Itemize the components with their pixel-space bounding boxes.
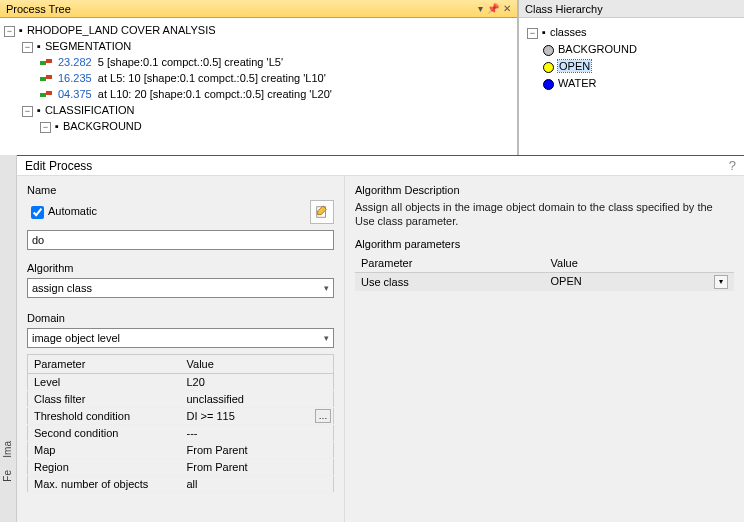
class-hierarchy-panel: Class Hierarchy −▪classes BACKGROUND OPE… (518, 0, 744, 155)
class-color-icon (543, 45, 554, 56)
segment-icon (40, 89, 54, 101)
process-desc[interactable]: at L5: 10 [shape:0.1 compct.:0.5] creati… (98, 72, 326, 84)
domain-combo[interactable]: image object level ▾ (27, 328, 334, 348)
dialog-left-pane: Name Automatic Algorithm assign class ▾ … (17, 176, 345, 522)
help-icon[interactable]: ? (729, 158, 736, 173)
class-color-icon (543, 79, 554, 90)
dropdown-icon[interactable]: ▾ (478, 3, 483, 14)
class-label: BACKGROUND (558, 43, 637, 55)
automatic-checkbox-label[interactable]: Automatic (27, 203, 310, 222)
process-tree[interactable]: −▪RHODOPE_LAND COVER ANALYSIS −▪SEGMENTA… (0, 18, 517, 155)
process-tree-panel: Process Tree ▾ 📌 ✕ −▪RHODOPE_LAND COVER … (0, 0, 518, 155)
class-color-icon (543, 62, 554, 73)
process-tree-header: Process Tree ▾ 📌 ✕ (0, 0, 517, 18)
process-tree-title: Process Tree (6, 3, 474, 15)
class-label: WATER (558, 77, 597, 89)
table-row[interactable]: Max. number of objectsall (28, 476, 334, 493)
tree-node-label: SEGMENTATION (45, 40, 131, 52)
process-time: 23.282 (58, 56, 92, 68)
value-col-header: Value (181, 355, 334, 374)
table-row[interactable]: Second condition--- (28, 425, 334, 442)
class-label: OPEN (558, 60, 591, 72)
alg-params-label: Algorithm parameters (355, 238, 734, 250)
side-tab[interactable]: Fe (0, 464, 15, 488)
class-item[interactable]: OPEN (543, 58, 740, 75)
chevron-down-icon: ▾ (324, 283, 329, 293)
alg-desc-label: Algorithm Description (355, 184, 734, 196)
expand-icon[interactable]: − (22, 42, 33, 53)
class-tree[interactable]: −▪classes BACKGROUND OPEN WATER (519, 18, 744, 98)
class-item[interactable]: BACKGROUND (543, 41, 740, 58)
alg-param-table: Parameter Value Use class OPEN▾ (355, 254, 734, 291)
chevron-down-icon: ▾ (324, 333, 329, 343)
close-icon[interactable]: ✕ (503, 3, 511, 14)
algorithm-value: assign class (32, 282, 324, 294)
dialog-right-pane: Algorithm Description Assign all objects… (345, 176, 744, 522)
table-row[interactable]: Use class OPEN▾ (355, 273, 734, 292)
alg-desc-text: Assign all objects in the image object d… (355, 200, 734, 228)
process-desc[interactable]: at L10: 20 [shape:0.1 compct.:0.5] creat… (98, 88, 332, 100)
name-label: Name (27, 184, 334, 196)
expand-icon[interactable]: − (4, 26, 15, 37)
table-row[interactable]: RegionFrom Parent (28, 459, 334, 476)
name-input[interactable] (27, 230, 334, 250)
process-time: 04.375 (58, 88, 92, 100)
algorithm-combo[interactable]: assign class ▾ (27, 278, 334, 298)
segment-icon (40, 57, 54, 69)
side-tab[interactable]: Ima (0, 435, 15, 464)
domain-param-table: Parameter Value LevelL20 Class filterunc… (27, 354, 334, 493)
table-row[interactable]: Threshold conditionDI >= 115… (28, 408, 334, 425)
process-time: 16.235 (58, 72, 92, 84)
dialog-title: Edit Process (25, 159, 721, 173)
tree-node-label: CLASSIFICATION (45, 104, 135, 116)
expand-icon[interactable]: − (22, 106, 33, 117)
value-col-header: Value (545, 254, 735, 273)
class-item[interactable]: WATER (543, 75, 740, 92)
edit-process-dialog: Edit Process ? Name Automatic Algorithm … (17, 155, 744, 522)
browse-button[interactable]: … (315, 409, 331, 423)
param-col-header: Parameter (28, 355, 181, 374)
table-row[interactable]: MapFrom Parent (28, 442, 334, 459)
pin-icon[interactable]: 📌 (487, 3, 499, 14)
process-desc[interactable]: 5 [shape:0.1 compct.:0.5] creating 'L5' (98, 56, 283, 68)
tree-root-label: RHODOPE_LAND COVER ANALYSIS (27, 24, 216, 36)
class-root-label: classes (550, 26, 587, 38)
domain-label: Domain (27, 312, 334, 324)
class-hierarchy-title: Class Hierarchy (525, 3, 603, 15)
dialog-titlebar: Edit Process ? (17, 156, 744, 176)
table-row[interactable]: Class filterunclassified (28, 391, 334, 408)
edit-name-button[interactable] (310, 200, 334, 224)
param-col-header: Parameter (355, 254, 545, 273)
automatic-checkbox[interactable] (31, 206, 44, 219)
algorithm-label: Algorithm (27, 262, 334, 274)
chevron-down-icon[interactable]: ▾ (714, 275, 728, 289)
expand-icon[interactable]: − (527, 28, 538, 39)
expand-icon[interactable]: − (40, 122, 51, 133)
tree-node-label[interactable]: BACKGROUND (63, 120, 142, 132)
side-tab-strip: Ima Fe (0, 155, 17, 522)
class-hierarchy-header: Class Hierarchy (519, 0, 744, 18)
table-row[interactable]: LevelL20 (28, 374, 334, 391)
segment-icon (40, 73, 54, 85)
domain-value: image object level (32, 332, 324, 344)
